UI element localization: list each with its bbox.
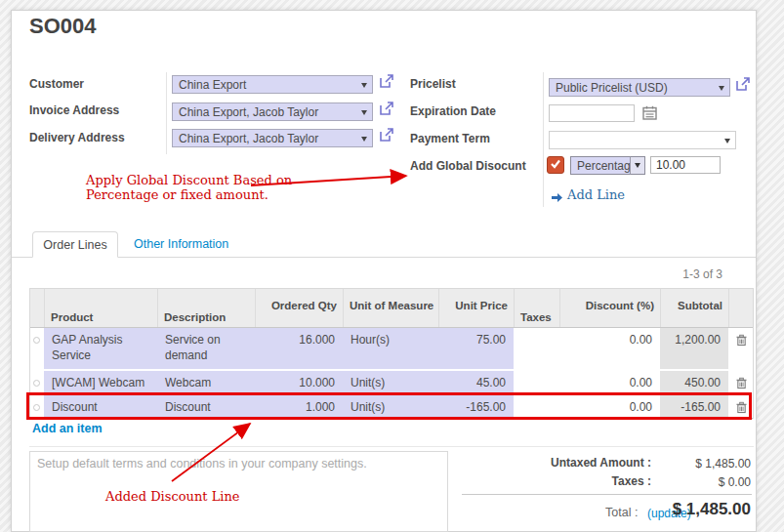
col-taxes[interactable]: Taxes — [514, 289, 559, 327]
col-product[interactable]: Product — [44, 289, 157, 327]
untaxed-amount-value: $ 1,485.00 — [695, 457, 751, 471]
chevron-down-icon — [361, 137, 367, 142]
total-label: Total : — [605, 506, 638, 519]
cell-qty[interactable]: 10.000 — [255, 371, 343, 393]
chevron-down-icon — [719, 86, 724, 91]
table-row[interactable]: GAP Analysis Service Service on demand 1… — [30, 328, 753, 369]
global-discount-label: Add Global Disocunt — [410, 159, 526, 173]
customer-value: China Export — [179, 78, 246, 92]
add-an-item-link[interactable]: Add an item — [32, 422, 103, 435]
row-drag-handle[interactable] — [30, 328, 46, 369]
col-ordered-qty[interactable]: Ordered Qty — [255, 289, 343, 327]
cell-uom[interactable]: Unit(s) — [343, 371, 438, 393]
tab-bar-line — [12, 257, 756, 258]
customer-external-link-icon[interactable] — [379, 73, 394, 89]
totals-separator — [462, 494, 752, 495]
col-unit-price[interactable]: Unit Price — [438, 289, 514, 327]
form-right-separator — [543, 72, 544, 207]
pricelist-select[interactable]: Public Pricelist (USD) — [549, 78, 730, 97]
calendar-icon[interactable] — [642, 105, 657, 124]
form-left-separator — [166, 72, 167, 154]
checkmark-icon — [550, 156, 561, 174]
chevron-down-icon — [635, 163, 640, 168]
page-title: SO004 — [29, 14, 97, 39]
col-subtotal[interactable]: Subtotal — [660, 289, 728, 327]
cell-product[interactable]: GAP Analysis Service — [44, 328, 157, 369]
discount-type-select[interactable]: Percentage — [570, 156, 631, 175]
tab-order-lines[interactable]: Order Lines — [32, 231, 118, 258]
global-discount-checkbox[interactable] — [547, 156, 564, 174]
cell-subtotal: 450.00 — [660, 371, 728, 393]
delete-row-icon[interactable] — [728, 328, 755, 369]
annotation-discount-line: Added Discount Line — [105, 489, 240, 504]
grand-total-value: $ 1,485.00 — [673, 500, 751, 519]
invoice-address-external-link-icon[interactable] — [379, 101, 394, 116]
cell-taxes[interactable] — [514, 371, 559, 393]
delete-row-icon[interactable] — [728, 371, 755, 393]
table-row[interactable]: [WCAM] Webcam Webcam 10.000 Unit(s) 45.0… — [30, 369, 753, 393]
invoice-address-value: China Export, Jacob Taylor — [179, 105, 318, 119]
customer-label: Customer — [29, 77, 84, 91]
untaxed-amount-label: Untaxed Amount : — [551, 456, 651, 470]
expiration-date-label: Expiration Date — [410, 104, 496, 118]
chevron-down-icon — [724, 139, 730, 143]
chevron-down-icon — [361, 110, 367, 115]
pricelist-value: Public Pricelist (USD) — [556, 81, 668, 95]
chevron-down-icon — [361, 83, 367, 88]
delivery-address-label: Delivery Address — [29, 131, 125, 144]
col-unit-of-measure[interactable]: Unit of Measure — [343, 289, 438, 327]
cell-taxes[interactable] — [514, 328, 559, 369]
annotation-highlight-box — [26, 392, 752, 420]
discount-amount-input[interactable] — [650, 156, 721, 174]
col-discount[interactable]: Discount (%) — [559, 289, 660, 327]
cell-unit-price[interactable]: 45.00 — [438, 371, 514, 393]
footer-separator — [29, 446, 754, 447]
col-description[interactable]: Description — [157, 289, 255, 327]
cell-description[interactable]: Service on demand — [157, 328, 255, 369]
add-line-link[interactable]: Add Line — [567, 187, 625, 202]
cell-description[interactable]: Webcam — [157, 371, 255, 393]
discount-type-value: Percentage — [577, 159, 637, 173]
pager[interactable]: 1-3 of 3 — [625, 267, 722, 281]
taxes-value: $ 0.00 — [719, 475, 751, 489]
cell-uom[interactable]: Hour(s) — [343, 328, 438, 369]
taxes-label: Taxes : — [612, 474, 651, 488]
terms-placeholder: Setup default terms and conditions in yo… — [30, 452, 447, 475]
tab-other-information[interactable]: Other Information — [134, 237, 228, 251]
payment-term-label: Payment Term — [410, 132, 490, 145]
cell-subtotal: 1,200.00 — [660, 328, 728, 369]
cell-qty[interactable]: 16.000 — [255, 328, 343, 369]
handle-column-header — [30, 289, 44, 327]
expiration-date-input[interactable] — [549, 104, 635, 122]
row-drag-handle[interactable] — [30, 371, 46, 393]
cell-unit-price[interactable]: 75.00 — [438, 328, 514, 369]
invoice-address-label: Invoice Address — [29, 103, 119, 117]
customer-select[interactable]: China Export — [172, 75, 373, 94]
add-line-arrow-icon — [552, 189, 563, 207]
payment-term-select[interactable] — [549, 131, 736, 149]
cell-discount[interactable]: 0.00 — [559, 328, 660, 369]
delivery-address-value: China Export, Jacob Taylor — [179, 132, 318, 145]
invoice-address-select[interactable]: China Export, Jacob Taylor — [172, 102, 373, 121]
delivery-address-external-link-icon[interactable] — [379, 127, 394, 143]
delivery-address-select[interactable]: China Export, Jacob Taylor — [172, 129, 373, 147]
cell-product[interactable]: [WCAM] Webcam — [44, 371, 157, 393]
annotation-global-discount: Apply Global Discount Based on Percentag… — [86, 173, 292, 202]
cell-discount[interactable]: 0.00 — [559, 371, 660, 393]
pricelist-external-link-icon[interactable] — [735, 76, 751, 92]
pricelist-label: Pricelist — [410, 77, 456, 91]
discount-type-dropdown-button[interactable] — [630, 156, 645, 175]
delete-column-header — [728, 289, 755, 327]
table-header-row: Product Description Ordered Qty Unit of … — [30, 289, 753, 328]
